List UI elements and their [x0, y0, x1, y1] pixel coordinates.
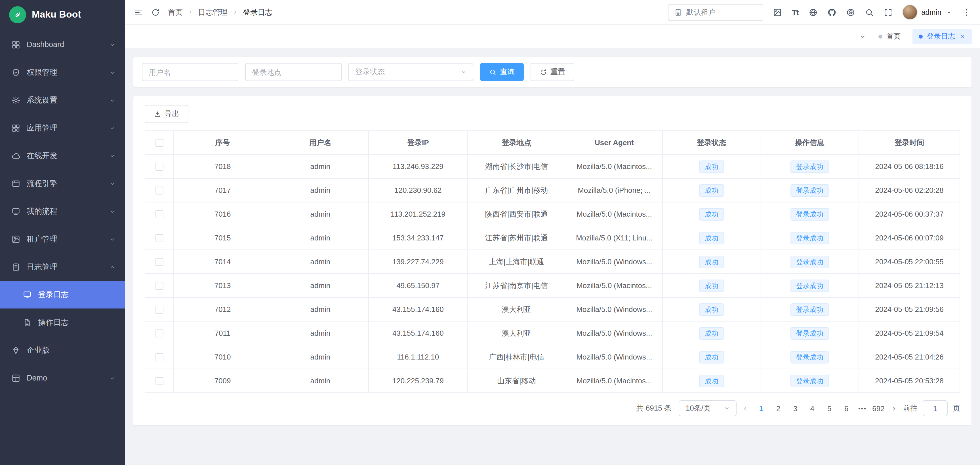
user-menu[interactable]: admin	[902, 5, 952, 20]
tab[interactable]: 登录日志	[912, 29, 972, 44]
refresh-icon[interactable]	[151, 8, 160, 17]
cell-operation: 登录成功	[760, 202, 859, 226]
cell-user-agent: Mozilla/5.0 (X11; Linu...	[566, 226, 663, 250]
sidebar-item[interactable]: 系统设置	[0, 86, 125, 114]
sidebar-item[interactable]: 日志管理	[0, 253, 125, 281]
last-page-button[interactable]: 692	[872, 404, 885, 413]
reset-button[interactable]: 重置	[531, 63, 574, 81]
cell-status: 成功	[663, 178, 760, 202]
page-number[interactable]: 5	[822, 404, 836, 413]
breadcrumb-item[interactable]: 日志管理	[198, 7, 228, 17]
page-size-select[interactable]: 10条/页	[679, 400, 737, 416]
tab[interactable]: 首页	[872, 29, 907, 44]
username-input[interactable]	[142, 63, 238, 81]
cell-status: 成功	[663, 321, 760, 345]
status-tag: 成功	[699, 256, 724, 268]
cell-user-agent: Mozilla/5.0 (Windows...	[566, 345, 663, 369]
kebab-menu-icon[interactable]	[962, 8, 971, 17]
sidebar-item[interactable]: 在线开发	[0, 142, 125, 170]
page-number[interactable]: 3	[789, 404, 802, 413]
status-tag: 成功	[699, 160, 724, 173]
prev-page-icon[interactable]	[742, 405, 749, 412]
cell-status: 成功	[663, 297, 760, 321]
status-tag: 成功	[699, 184, 724, 197]
header-actions: 默认租户 Tt	[668, 4, 971, 21]
page-number[interactable]: 4	[805, 404, 819, 413]
status-select[interactable]: 登录状态	[348, 63, 473, 81]
cell-status: 成功	[663, 226, 760, 250]
sidebar-item[interactable]: 企业版	[0, 336, 125, 364]
collapse-sidebar-icon[interactable]	[134, 8, 143, 17]
row-checkbox[interactable]	[155, 377, 163, 385]
row-checkbox[interactable]	[155, 210, 163, 218]
cell-user-agent: Mozilla/5.0 (Macintos...	[566, 369, 663, 393]
sidebar-item[interactable]: 登录日志	[0, 281, 125, 308]
app-root: Maku Boot Dashboard 权限管理 系统设置	[0, 0, 980, 465]
sidebar: Maku Boot Dashboard 权限管理 系统设置	[0, 0, 125, 465]
page-number[interactable]: 2	[772, 404, 785, 413]
operation-tag: 登录成功	[791, 256, 829, 268]
workflow-icon	[11, 179, 21, 188]
cell-no: 7018	[173, 154, 272, 178]
cell-status: 成功	[663, 202, 760, 226]
row-checkbox[interactable]	[155, 186, 163, 194]
app-title: Maku Boot	[32, 9, 81, 21]
table-row: 7018 admin 113.246.93.229 湖南省|长沙市|电信 Moz…	[145, 154, 960, 178]
row-checkbox[interactable]	[155, 234, 163, 242]
cell-location: 广东省|广州市|移动	[467, 178, 566, 202]
row-checkbox[interactable]	[155, 282, 163, 289]
breadcrumb-item[interactable]: 登录日志	[243, 7, 272, 17]
github-icon[interactable]	[827, 8, 836, 17]
row-checkbox[interactable]	[155, 329, 163, 337]
operation-tag: 登录成功	[791, 208, 829, 220]
sidebar-item[interactable]: 我的流程	[0, 197, 125, 225]
user-name: admin	[921, 8, 942, 16]
enterprise-icon	[11, 346, 21, 355]
font-size-icon[interactable]: Tt	[792, 8, 799, 17]
sidebar-item[interactable]: 操作日志	[0, 308, 125, 336]
goto-label: 前往	[903, 403, 918, 413]
select-all-checkbox[interactable]	[155, 139, 163, 147]
sidebar-item[interactable]: Dashboard	[0, 31, 125, 59]
header: 首页 日志管理 登录日志 默认租户	[125, 0, 980, 25]
row-checkbox[interactable]	[155, 353, 163, 361]
gallery-icon[interactable]	[773, 8, 782, 17]
fullscreen-icon[interactable]	[883, 8, 892, 17]
sidebar-item[interactable]: 租户管理	[0, 225, 125, 253]
breadcrumb: 首页 日志管理 登录日志	[168, 7, 272, 17]
sidebar-item[interactable]: Demo	[0, 364, 125, 392]
language-icon[interactable]	[808, 8, 818, 17]
location-input[interactable]	[245, 63, 342, 81]
tab-close-icon[interactable]	[959, 33, 966, 40]
pages-ellipsis[interactable]: •••	[858, 405, 867, 412]
cell-status: 成功	[663, 274, 760, 297]
gitee-icon[interactable]	[846, 8, 855, 17]
row-checkbox[interactable]	[155, 162, 163, 170]
sidebar-item[interactable]: 应用管理	[0, 114, 125, 142]
sidebar-item[interactable]: 权限管理	[0, 59, 125, 86]
tenant-select[interactable]: 默认租户	[668, 4, 764, 21]
page-numbers: 1 2 3 4 5 6	[754, 404, 853, 413]
cell-status: 成功	[663, 250, 760, 274]
search-icon[interactable]	[864, 8, 873, 17]
page-number[interactable]: 6	[840, 404, 853, 413]
search-button[interactable]: 查询	[480, 63, 524, 81]
next-page-icon[interactable]	[890, 405, 898, 412]
cell-location: 上海|上海市|联通	[467, 250, 566, 274]
cell-time: 2024-05-06 02:20:28	[859, 178, 960, 202]
row-checkbox[interactable]	[155, 258, 163, 266]
goto-page-input[interactable]	[923, 400, 948, 416]
cell-time: 2024-05-06 08:18:16	[859, 154, 960, 178]
cell-location: 广西|桂林市|电信	[467, 345, 566, 369]
page-number[interactable]: 1	[754, 404, 768, 413]
row-checkbox[interactable]	[155, 305, 163, 313]
export-button[interactable]: 导出	[145, 105, 188, 123]
tabs-dropdown-icon[interactable]	[859, 33, 867, 40]
breadcrumb-item[interactable]: 首页	[168, 7, 183, 17]
table-row: 7011 admin 43.155.174.160 澳大利亚 Mozilla/5…	[145, 321, 960, 345]
sidebar-item-label: 日志管理	[27, 262, 103, 272]
cell-operation: 登录成功	[760, 178, 859, 202]
sidebar-item[interactable]: 流程引擎	[0, 170, 125, 197]
cell-operation: 登录成功	[760, 345, 859, 369]
table-row: 7013 admin 49.65.150.97 江苏省|南京市|电信 Mozil…	[145, 274, 960, 297]
